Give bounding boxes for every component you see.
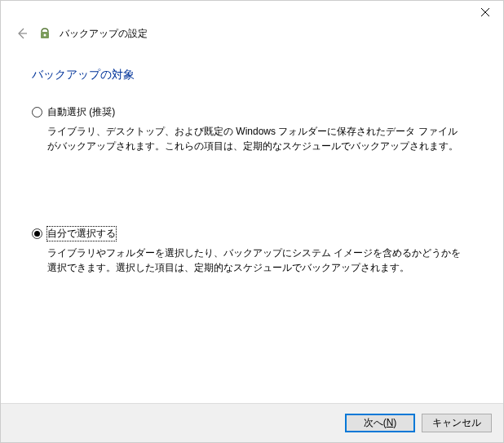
titlebar: [1, 1, 503, 25]
next-button-suffix: ): [393, 417, 396, 428]
page-title: バックアップの対象: [32, 68, 472, 82]
cancel-button[interactable]: キャンセル: [422, 414, 492, 432]
window-title: バックアップの設定: [60, 27, 148, 41]
close-icon: [481, 8, 489, 16]
back-button[interactable]: [14, 25, 30, 42]
option-manual: 自分で選択する ライブラリやフォルダーを選択したり、バックアップにシステム イメ…: [32, 227, 472, 275]
option-auto: 自動選択 (推奨) ライブラリ、デスクトップ、および既定の Windows フォ…: [32, 105, 472, 153]
back-arrow-icon: [15, 27, 29, 40]
backup-app-icon: [38, 27, 51, 40]
radio-auto[interactable]: [32, 107, 42, 117]
option-manual-label[interactable]: 自分で選択する: [47, 227, 116, 241]
option-auto-row[interactable]: 自動選択 (推奨): [32, 105, 472, 119]
header: バックアップの設定: [1, 25, 503, 48]
option-manual-row[interactable]: 自分で選択する: [32, 227, 472, 241]
next-button[interactable]: 次へ(N): [345, 414, 415, 432]
close-button[interactable]: [466, 1, 503, 24]
footer: 次へ(N) キャンセル: [1, 403, 503, 442]
option-auto-description: ライブラリ、デスクトップ、および既定の Windows フォルダーに保存されたデ…: [47, 124, 464, 153]
option-auto-label[interactable]: 自動選択 (推奨): [47, 105, 115, 119]
radio-manual[interactable]: [32, 228, 42, 239]
svg-point-4: [44, 34, 46, 37]
content: バックアップの対象 自動選択 (推奨) ライブラリ、デスクトップ、および既定の …: [1, 48, 503, 275]
option-manual-description: ライブラリやフォルダーを選択したり、バックアップにシステム イメージを含めるかど…: [47, 246, 464, 275]
next-button-prefix: 次へ(: [364, 417, 387, 428]
